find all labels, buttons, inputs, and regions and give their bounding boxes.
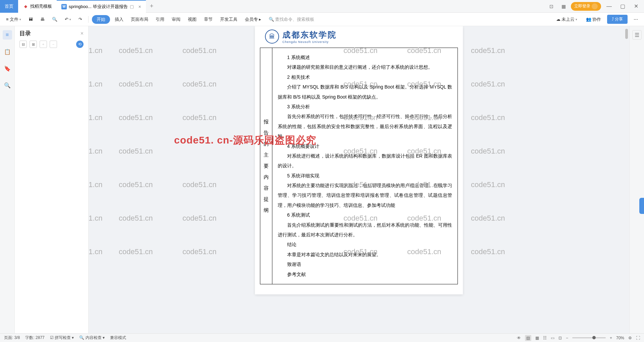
section-para: 首先分析系统的可行性，包括技术可行性、经济可行性、操作可行性，然后分析系统的性能…: [278, 112, 452, 141]
sync-badge[interactable]: ⟲: [76, 41, 84, 48]
watermark: code51.cn: [182, 247, 217, 256]
minimize-button[interactable]: —: [604, 2, 614, 11]
zoom-level[interactable]: 70%: [616, 336, 624, 340]
tab-ref[interactable]: 引用: [153, 15, 167, 24]
remove-button[interactable]: −: [50, 41, 57, 48]
tab-start[interactable]: 开始: [92, 15, 110, 24]
chevron-down-icon: ▾: [19, 18, 21, 21]
zoom-fit-icon[interactable]: ⊡: [558, 336, 562, 340]
save-icon[interactable]: 🖬: [26, 15, 36, 23]
zoom-slider[interactable]: [572, 337, 606, 338]
window-mode-icon[interactable]: ⊡: [547, 2, 556, 11]
content-check-button[interactable]: 🔍 内容检查 ▾: [79, 335, 105, 341]
menu-button[interactable]: ≡ 文件 ▾: [3, 15, 24, 24]
section-heading: 5 系统详细实现: [278, 171, 452, 181]
web-view-icon[interactable]: ▦: [535, 336, 539, 340]
scroll-thumb[interactable]: [625, 29, 628, 39]
tab-home[interactable]: 首页: [0, 0, 18, 13]
section-heading: 4 系统概要设计: [278, 141, 452, 151]
undo-icon[interactable]: ↶ ▾: [62, 15, 74, 23]
watermark: code51.cn: [471, 113, 505, 122]
section-heading: 致谢语: [278, 260, 452, 269]
tab-home-label: 首页: [5, 3, 13, 9]
page-indicator[interactable]: 页面: 3/8: [4, 335, 20, 341]
section-para: 对系统的主要功能进行实现的描述，包括管理员模块的用户信息管理、在线学习管理、学习…: [278, 181, 452, 210]
search-icon[interactable]: 🔍: [3, 80, 12, 90]
close-button[interactable]: ✕: [631, 2, 641, 11]
watermark: code51.cn: [182, 80, 217, 89]
share-button[interactable]: ⤴ 分享: [607, 15, 628, 24]
collab-button[interactable]: 👥 协作: [583, 15, 604, 24]
more-icon[interactable]: ⋯: [631, 15, 641, 23]
document-page: 🏛 成都东软学院 Chengdu Neusoft University 报告的主…: [255, 26, 463, 294]
cloud-status[interactable]: ☁ 未上云 ▾: [553, 15, 580, 24]
section-heading: 1 系统概述: [278, 53, 452, 62]
watermark: code51.cn: [89, 214, 103, 223]
tab-template[interactable]: ◆找稻壳模板: [18, 0, 57, 13]
watermark: code51.cn: [119, 214, 153, 223]
maximize-button[interactable]: ▢: [617, 2, 628, 11]
read-mode-icon[interactable]: 👁: [517, 336, 521, 340]
zoom-in-button[interactable]: +: [610, 336, 612, 340]
university-logo: 🏛: [265, 30, 279, 44]
watermark: code51.cn: [119, 113, 153, 122]
tab-document-label: springboo... 毕业设计开题报告: [69, 4, 128, 10]
watermark: code51.cn: [89, 247, 103, 256]
sidebar-close-icon[interactable]: ×: [80, 31, 84, 37]
expand-all-button[interactable]: ⊞: [30, 41, 37, 48]
word-count[interactable]: 字数: 2877: [25, 335, 44, 341]
tab-chapter[interactable]: 章节: [201, 15, 215, 24]
scrollbar[interactable]: [625, 26, 629, 333]
zoom-out-button[interactable]: −: [566, 336, 568, 340]
watermark: code51.cn: [119, 147, 153, 156]
side-expand-tab[interactable]: [639, 198, 644, 214]
watermark: code51.cn: [471, 80, 505, 89]
document-canvas[interactable]: code51.cn code51.cn code51.cn code51.cn …: [89, 26, 629, 333]
tab-layout[interactable]: 页面布局: [128, 15, 151, 24]
add-button[interactable]: +: [40, 41, 47, 48]
preview-icon[interactable]: 🔍: [49, 15, 60, 23]
clipboard-icon[interactable]: 📋: [3, 47, 12, 56]
fullscreen-icon[interactable]: ⛶: [636, 336, 640, 340]
login-button[interactable]: 立即登录: [571, 2, 601, 11]
watermark: code51.cn: [89, 180, 103, 189]
tab-member[interactable]: 会员专▸: [242, 15, 264, 24]
tab-insert[interactable]: 插入: [112, 15, 126, 24]
login-label: 立即登录: [574, 3, 590, 9]
word-icon: W: [61, 4, 67, 9]
avatar-icon: [592, 3, 598, 9]
print-icon[interactable]: 🖶: [38, 15, 47, 23]
section-para: 对系统进行概述，设计系统的结构和数据库，数据库设计包括 ER 图和数据库表的设计…: [278, 151, 452, 171]
redo-icon[interactable]: ↷: [76, 15, 85, 23]
compat-mode: 兼容模式: [110, 335, 126, 341]
watermark: code51.cn: [119, 80, 153, 89]
page-view-icon[interactable]: ▤: [525, 335, 531, 341]
tab-view[interactable]: 视图: [185, 15, 199, 24]
collapse-all-button[interactable]: ⊟: [19, 41, 27, 48]
university-name: 成都东软学院: [282, 30, 337, 40]
section-heading: 3 系统分析: [278, 102, 452, 112]
bookmark-icon[interactable]: 🔖: [3, 64, 12, 73]
watermark: code51.cn: [182, 46, 217, 55]
draft-view-icon[interactable]: ▭: [551, 336, 554, 340]
spellcheck-button[interactable]: ☑ 拼写检查 ▾: [50, 335, 74, 341]
watermark: code51.cn: [471, 214, 505, 223]
tab-review[interactable]: 审阅: [169, 15, 183, 24]
outline-view-icon[interactable]: ☷: [543, 336, 547, 340]
tab-document[interactable]: Wspringboo... 毕业设计开题报告▢×: [57, 0, 146, 13]
tab-devtools[interactable]: 开发工具: [217, 15, 240, 24]
tab-template-label: 找稻壳模板: [30, 3, 52, 9]
apps-icon[interactable]: ▦: [559, 2, 568, 11]
watermark: code51.cn: [119, 180, 153, 189]
watermark: code51.cn: [182, 113, 217, 122]
file-label: 文件: [10, 16, 18, 22]
settings-icon[interactable]: ⚙: [628, 336, 632, 340]
outline-icon[interactable]: ≡: [3, 30, 12, 40]
section-heading: 参考文献: [278, 270, 452, 279]
add-tab-button[interactable]: +: [146, 3, 158, 10]
properties-icon[interactable]: ☰: [632, 30, 642, 40]
watermark: code51.cn: [471, 180, 505, 189]
close-icon[interactable]: ×: [139, 4, 141, 9]
search-input[interactable]: 🔍 查找命令、搜索模板: [266, 15, 317, 24]
watermark: code51.cn: [89, 113, 103, 122]
